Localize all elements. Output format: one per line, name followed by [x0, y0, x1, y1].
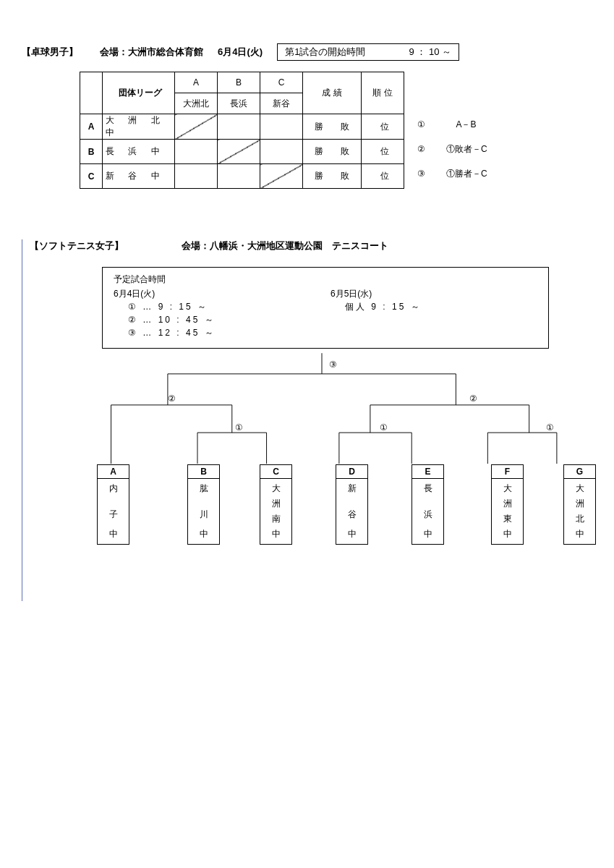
- match-row: ① A－B: [417, 112, 487, 137]
- cell-rank: 位: [362, 164, 404, 189]
- tabletennis-title: 【卓球男子】: [22, 46, 78, 59]
- team-F: F 大洲東中: [491, 464, 524, 545]
- tabletennis-header: 【卓球男子】 会場：大洲市総合体育館 6月4日(火) 第1試合の開始時間 9 ：…: [22, 43, 592, 61]
- schedule-line: ① … 9 : 15 ～: [128, 300, 331, 313]
- cell-diag: [218, 140, 260, 164]
- row-A-name: 大 洲 北 中: [103, 114, 175, 140]
- row-A-label: A: [80, 114, 103, 140]
- start-time-label: 第1試合の開始時間: [285, 46, 365, 59]
- schedule-line: ③ … 12 : 45 ～: [128, 326, 331, 339]
- round-1-label: ①: [380, 422, 388, 433]
- rank-header: 順 位: [362, 72, 404, 114]
- cell-diag: [175, 114, 218, 140]
- col-team-2: 新谷: [260, 93, 303, 114]
- softtennis-header: 【ソフトテニス女子】 会場：八幡浜・大洲地区運動公園 テニスコート: [30, 239, 592, 252]
- col-B: B: [218, 72, 260, 93]
- round-2-label: ②: [168, 393, 176, 404]
- round-1-label: ①: [546, 422, 554, 433]
- cell-result: 勝 敗: [303, 114, 362, 140]
- start-time-value: 9 ： 10 ～: [409, 46, 452, 59]
- cell-rank: 位: [362, 114, 404, 140]
- tabletennis-venue: 会場：大洲市総合体育館: [100, 46, 203, 59]
- cell-rank: 位: [362, 140, 404, 164]
- schedule-line: ② … 10 : 45 ～: [128, 313, 331, 326]
- result-header: 成 績: [303, 72, 362, 114]
- tournament-bracket: ③ ② ② ① ① ① A 内子中 B 肱川中 C 大洲南中 D 新谷中: [73, 349, 571, 551]
- schedule-box: 予定試合時間 6月4日(火) ① … 9 : 15 ～ ② … 10 : 45 …: [102, 267, 549, 349]
- cell: [218, 114, 260, 140]
- row-B-name: 長 浜 中: [103, 140, 175, 164]
- cell: [260, 114, 303, 140]
- team-E: E 長浜中: [412, 464, 444, 545]
- league-table: 団体リーグ A B C 成 績 順 位 大洲北 長浜 新谷 A 大 洲 北 中 …: [80, 72, 404, 189]
- start-time-box: 第1試合の開始時間 9 ： 10 ～: [277, 43, 459, 61]
- col-A: A: [175, 72, 218, 93]
- schedule-day1: 6月4日(火): [114, 287, 331, 300]
- match-row: ③ ①勝者－C: [417, 161, 487, 186]
- cell-diag: [260, 164, 303, 189]
- cell: [175, 164, 218, 189]
- league-header: 団体リーグ: [103, 72, 175, 114]
- schedule-day2: 6月5日(水): [331, 287, 537, 300]
- team-D: D 新谷中: [336, 464, 368, 545]
- tabletennis-date: 6月4日(火): [218, 46, 263, 59]
- col-team-1: 長浜: [218, 93, 260, 114]
- team-C: C 大洲南中: [260, 464, 292, 545]
- round-2-label: ②: [469, 393, 477, 404]
- team-G: G 大洲北中: [563, 464, 596, 545]
- cell: [260, 140, 303, 164]
- match-list: ① A－B ② ①敗者－C ③ ①勝者－C: [417, 72, 487, 186]
- softtennis-venue: 会場：八幡浜・大洲地区運動公園 テニスコート: [182, 239, 388, 252]
- row-C-label: C: [80, 164, 103, 189]
- col-C: C: [260, 72, 303, 93]
- softtennis-title: 【ソフトテニス女子】: [30, 239, 124, 252]
- cell: [218, 164, 260, 189]
- cell-result: 勝 敗: [303, 164, 362, 189]
- cell: [175, 140, 218, 164]
- row-C-name: 新 谷 中: [103, 164, 175, 189]
- round-1-label: ①: [235, 422, 243, 433]
- team-A: A 内子中: [97, 464, 129, 545]
- col-team-0: 大洲北: [175, 93, 218, 114]
- cell-result: 勝 敗: [303, 140, 362, 164]
- schedule-line: 個人 9 : 15 ～: [345, 300, 537, 313]
- schedule-title: 予定試合時間: [114, 273, 537, 286]
- row-B-label: B: [80, 140, 103, 164]
- match-row: ② ①敗者－C: [417, 137, 487, 161]
- round-3-label: ③: [329, 359, 337, 370]
- team-B: B 肱川中: [187, 464, 220, 545]
